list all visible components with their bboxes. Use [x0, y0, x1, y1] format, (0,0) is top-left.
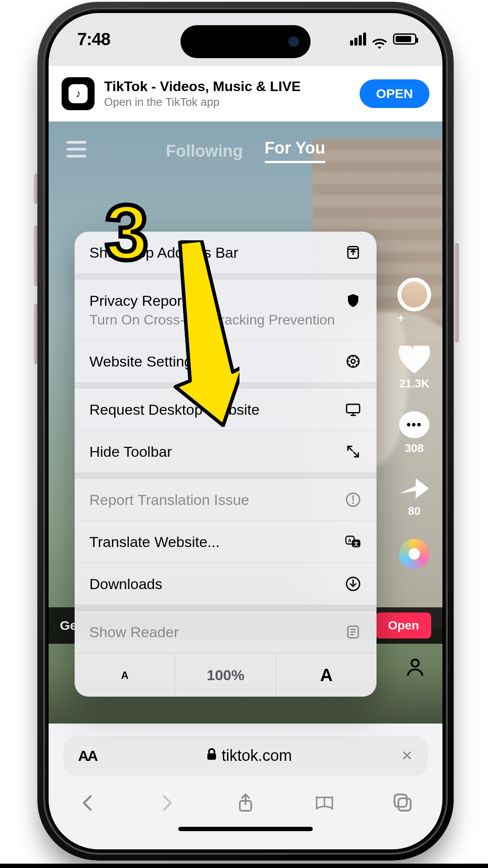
svg-point-8 [352, 502, 354, 504]
zoom-in-button[interactable]: A [276, 654, 377, 697]
smart-app-banner: ♪ TikTok - Videos, Music & LIVE Open in … [49, 65, 442, 121]
battery-icon [393, 33, 416, 45]
safari-toolbar [49, 783, 442, 824]
translate-icon: A文 [344, 533, 362, 550]
sound-disc-icon[interactable] [399, 539, 429, 569]
share-button[interactable] [236, 793, 255, 815]
alert-icon [344, 491, 362, 508]
instruction-arrow [170, 240, 239, 427]
close-icon[interactable]: ✕ [401, 747, 413, 764]
svg-point-0 [412, 659, 419, 667]
home-indicator [178, 827, 313, 831]
expand-icon [344, 443, 362, 460]
hamburger-icon[interactable] [66, 141, 87, 162]
tiktok-app-icon: ♪ [62, 77, 95, 110]
phone-screen: 7:48 ♪ TikTok - Videos, Music & LIVE O [49, 13, 442, 849]
zoom-level[interactable]: 100% [175, 654, 275, 697]
top-bar-icon [344, 244, 362, 261]
strip-open-button[interactable]: Open [376, 613, 431, 639]
shield-icon [344, 292, 362, 309]
bookmarks-button[interactable] [314, 793, 334, 815]
wifi-icon [372, 33, 387, 45]
gear-icon [344, 353, 362, 370]
share-icon[interactable] [400, 476, 429, 501]
cellular-icon [350, 33, 366, 46]
status-time: 7:48 [77, 29, 110, 49]
svg-rect-21 [395, 795, 407, 807]
banner-open-button[interactable]: OPEN [360, 79, 429, 108]
forward-button[interactable] [157, 793, 177, 815]
menu-hide-toolbar[interactable]: Hide Toolbar [75, 431, 377, 473]
follow-plus-icon[interactable]: + [397, 311, 431, 325]
menu-show-reader: Show Reader [75, 611, 377, 653]
svg-text:A: A [348, 538, 352, 543]
tab-for-you[interactable]: For You [265, 139, 325, 163]
svg-rect-18 [207, 753, 216, 760]
zoom-controls: A 100% A [75, 653, 377, 697]
download-icon [344, 575, 362, 593]
banner-title: TikTok - Videos, Music & LIVE [104, 79, 350, 95]
menu-downloads[interactable]: Downloads [75, 563, 377, 605]
address-domain: tiktok.com [222, 747, 292, 765]
dynamic-island [180, 25, 311, 58]
like-icon[interactable] [399, 346, 430, 373]
tiktok-action-rail: + 21.3K 308 80 [397, 278, 431, 569]
svg-text:文: 文 [353, 541, 359, 547]
share-count: 80 [408, 504, 421, 518]
aa-button[interactable]: AA [78, 747, 97, 764]
banner-subtitle: Open in the TikTok app [104, 95, 350, 109]
svg-point-4 [351, 360, 355, 364]
step-number-badge: 3 [105, 193, 148, 272]
tab-following[interactable]: Following [166, 142, 242, 160]
reader-icon [344, 623, 362, 641]
tiktok-profile-icon[interactable] [404, 656, 426, 679]
safari-bottom-chrome: AA tiktok.com ✕ [49, 724, 442, 849]
comment-count: 308 [405, 442, 423, 455]
menu-translate-website[interactable]: Translate Website... A文 [75, 521, 377, 563]
comment-icon[interactable] [399, 411, 429, 438]
creator-avatar[interactable] [397, 278, 431, 311]
menu-report-translation-issue: Report Translation Issue [75, 479, 377, 521]
svg-rect-20 [399, 798, 411, 810]
desktop-icon [344, 401, 362, 418]
lock-icon [206, 747, 217, 765]
power-button [455, 243, 459, 343]
zoom-out-button[interactable]: A [75, 654, 175, 697]
address-bar[interactable]: AA tiktok.com ✕ [63, 736, 428, 776]
tabs-button[interactable] [393, 793, 413, 815]
svg-rect-5 [347, 404, 360, 413]
back-button[interactable] [78, 793, 98, 815]
tiktok-top-nav: Following For You [49, 139, 442, 163]
like-count: 21.3K [399, 377, 429, 390]
phone-frame: 7:48 ♪ TikTok - Videos, Music & LIVE O [37, 2, 454, 861]
